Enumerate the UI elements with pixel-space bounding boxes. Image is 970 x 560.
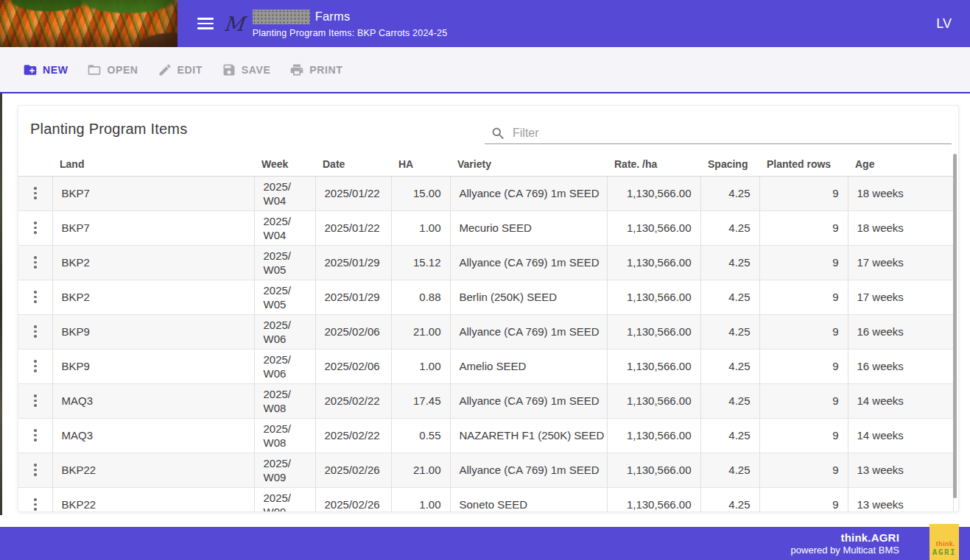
cell-spacing: 4.25 (700, 418, 759, 453)
open-button[interactable]: OPEN (87, 63, 138, 77)
cell-planted-rows: 9 (759, 210, 848, 245)
cell-age: 17 weeks (848, 245, 953, 280)
open-button-label: OPEN (107, 64, 138, 76)
app-footer: think.AGRI powered by Multicat BMS think… (0, 527, 970, 560)
cell-spacing: 4.25 (700, 176, 759, 210)
app-header: M Farms Planting Program Items: BKP Carr… (0, 0, 970, 47)
table-row: MAQ32025/W082025/02/220.55NAZARETH F1 (2… (18, 418, 953, 453)
table-row: BKP72025/W042025/01/221.00Mecurio SEED1,… (18, 210, 953, 245)
cell-age: 14 weeks (848, 383, 953, 418)
cell-rate-per-ha: 1,130,566.00 (607, 314, 700, 349)
row-menu-icon[interactable] (29, 426, 41, 444)
cell-date: 2025/01/29 (315, 280, 391, 314)
cell-variety: Allyance (CA 769) 1m SEED (450, 383, 607, 418)
toolbar: NEW OPEN EDIT SAVE PRINT (0, 47, 970, 93)
filter-input[interactable] (513, 127, 952, 140)
row-menu-icon[interactable] (29, 288, 41, 306)
row-menu-icon[interactable] (29, 357, 41, 375)
row-menu-icon[interactable] (29, 461, 41, 479)
row-menu-cell (18, 210, 52, 245)
cell-date: 2025/02/22 (315, 383, 391, 418)
cell-week: 2025/W05 (254, 245, 315, 280)
cell-rate-per-ha: 1,130,566.00 (607, 418, 700, 453)
cell-variety: Berlin (250K) SEED (450, 280, 607, 314)
header-content: M Farms Planting Program Items: BKP Carr… (178, 0, 970, 47)
cell-rate-per-ha: 1,130,566.00 (607, 383, 700, 418)
cell-ha: 17.45 (391, 383, 450, 418)
cell-planted-rows: 9 (759, 349, 848, 383)
cell-variety: Allyance (CA 769) 1m SEED (450, 453, 607, 487)
row-menu-icon[interactable] (29, 219, 41, 237)
cell-date: 2025/01/22 (315, 176, 391, 210)
card-header: Planting Program Items (18, 106, 958, 153)
cell-week: 2025/W04 (254, 210, 315, 245)
vertical-scrollbar-thumb[interactable] (953, 154, 957, 498)
cell-variety: Allyance (CA 769) 1m SEED (450, 176, 607, 210)
cell-date: 2025/02/06 (315, 349, 391, 383)
column-header-menu (18, 153, 52, 176)
table-row: MAQ32025/W082025/02/2217.45Allyance (CA … (18, 383, 953, 418)
cell-spacing: 4.25 (700, 487, 759, 512)
row-menu-cell (18, 383, 52, 418)
cell-date: 2025/01/22 (315, 210, 391, 245)
cell-land: MAQ3 (52, 383, 254, 418)
brand-m-logo: M (223, 14, 245, 34)
cell-spacing: 4.25 (700, 210, 759, 245)
cell-date: 2025/02/06 (315, 314, 391, 349)
table-row: BKP22025/W052025/01/2915.12Allyance (CA … (18, 245, 953, 280)
column-header-age: Age (848, 153, 953, 176)
table-row: BKP72025/W042025/01/2215.00Allyance (CA … (18, 176, 953, 210)
row-menu-icon[interactable] (29, 322, 41, 341)
cell-date: 2025/02/26 (315, 453, 391, 487)
cell-age: 13 weeks (848, 487, 953, 512)
header-subtitle: Planting Program Items: BKP Carrots 2024… (253, 28, 448, 38)
new-button[interactable]: NEW (23, 63, 68, 77)
menu-icon[interactable] (197, 18, 214, 29)
cell-ha: 1.00 (391, 210, 450, 245)
cell-variety: Allyance (CA 769) 1m SEED (450, 245, 607, 280)
edit-button[interactable]: EDIT (158, 63, 203, 77)
cell-week: 2025/W05 (254, 280, 315, 314)
cell-date: 2025/01/29 (315, 245, 391, 280)
table-row: BKP222025/W092025/02/2621.00Allyance (CA… (18, 453, 953, 487)
cell-variety: NAZARETH F1 (250K) SEED (450, 418, 607, 453)
cell-variety: Amelio SEED (450, 349, 607, 383)
page-title: Planting Program Items (30, 121, 187, 138)
row-menu-icon[interactable] (29, 184, 41, 202)
cell-age: 13 weeks (848, 453, 953, 487)
edit-button-label: EDIT (178, 64, 203, 76)
think-agri-logo: think. AGRI (929, 524, 959, 560)
cell-age: 16 weeks (848, 349, 953, 383)
row-menu-icon[interactable] (29, 495, 41, 512)
cell-week: 2025/W09 (254, 487, 315, 512)
save-button-label: SAVE (242, 64, 271, 76)
header-title: Farms (315, 10, 351, 24)
pencil-icon (158, 63, 172, 77)
cell-spacing: 4.25 (700, 453, 759, 487)
row-menu-icon[interactable] (29, 253, 41, 272)
row-menu-icon[interactable] (29, 391, 41, 410)
cell-spacing: 4.25 (700, 349, 759, 383)
cell-planted-rows: 9 (759, 383, 848, 418)
user-initials-button[interactable]: LV (936, 16, 952, 32)
printer-icon (289, 63, 304, 77)
save-button[interactable]: SAVE (222, 63, 271, 77)
cell-week: 2025/W04 (254, 176, 315, 210)
cell-date: 2025/02/26 (315, 487, 391, 512)
cell-land: BKP7 (52, 210, 254, 245)
cell-land: BKP7 (52, 176, 254, 210)
column-header-land: Land (52, 153, 254, 176)
cell-land: BKP2 (52, 245, 254, 280)
cell-ha: 1.00 (391, 487, 450, 512)
row-menu-cell (18, 245, 52, 280)
column-header-week: Week (254, 153, 315, 176)
cell-land: BKP22 (52, 487, 254, 512)
print-button[interactable]: PRINT (289, 63, 342, 77)
row-menu-cell (18, 453, 52, 487)
cell-variety: Allyance (CA 769) 1m SEED (450, 314, 607, 349)
cell-age: 16 weeks (848, 314, 953, 349)
cell-rate-per-ha: 1,130,566.00 (607, 453, 700, 487)
header-titles: Farms Planting Program Items: BKP Carrot… (253, 10, 448, 38)
footer-text: think.AGRI powered by Multicat BMS (791, 531, 899, 556)
cell-age: 18 weeks (848, 176, 953, 210)
